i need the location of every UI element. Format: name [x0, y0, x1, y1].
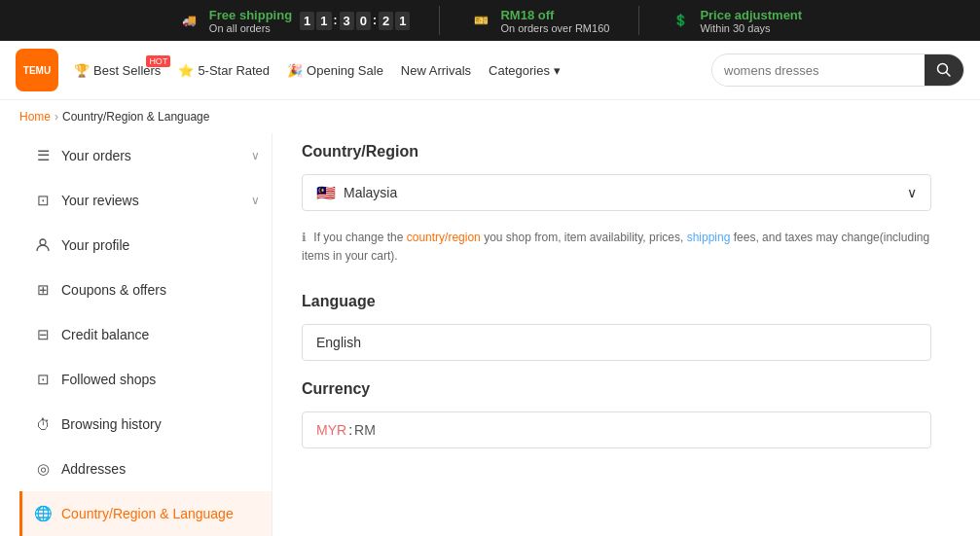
breadcrumb-separator: › — [54, 110, 58, 124]
chevron-icon: ∨ — [251, 149, 260, 162]
currency-code: MYR — [316, 422, 346, 438]
currency-separator: : — [348, 422, 352, 438]
sidebar-addresses-label: Addresses — [61, 461, 126, 477]
country-selected-label: Malaysia — [344, 185, 397, 200]
price-adjust-icon: 💲 — [669, 9, 692, 32]
sidebar-item-shops[interactable]: ⊡ Followed shops — [19, 357, 272, 402]
profile-icon — [34, 236, 52, 254]
currency-section-title: Currency — [302, 380, 931, 398]
banner-divider-1 — [439, 6, 440, 35]
reviews-icon: ⊡ — [34, 192, 52, 209]
orders-icon: ☰ — [34, 147, 52, 164]
breadcrumb-current: Country/Region & Language — [62, 110, 209, 124]
svg-point-2 — [40, 239, 46, 245]
region-notice: ℹ If you change the country/region you s… — [302, 221, 931, 273]
shipping-icon: 🚚 — [178, 9, 201, 32]
addresses-icon: ◎ — [34, 460, 52, 478]
coupons-icon: ⊞ — [34, 281, 52, 299]
nav-5star-label: 5-Star Rated — [198, 63, 270, 78]
main-nav: 🏆 Best Sellers HOT ⭐ 5-Star Rated 🎉 Open… — [74, 63, 696, 78]
search-icon — [936, 62, 952, 78]
main-layout: ☰ Your orders ∨ ⊡ Your reviews ∨ Your pr… — [0, 133, 980, 536]
sidebar-orders-label: Your orders — [61, 148, 131, 163]
chevron-icon: ∨ — [251, 194, 260, 207]
malaysia-flag: 🇲🇾 — [316, 186, 336, 199]
sidebar-history-label: Browsing history — [61, 416, 162, 432]
banner-divider-2 — [638, 6, 639, 35]
price-sub: Within 30 days — [700, 22, 802, 34]
language-field: English — [302, 324, 931, 361]
shipping-main: Free shipping — [209, 8, 292, 22]
sidebar-shops-label: Followed shops — [61, 372, 156, 387]
banner-shipping: 🚚 Free shipping On all orders 11 : 30 : … — [178, 8, 411, 34]
sidebar-country-label: Country/Region & Language — [61, 506, 234, 521]
select-chevron-icon: ∨ — [907, 185, 917, 200]
sidebar-item-addresses[interactable]: ◎ Addresses — [19, 447, 272, 491]
breadcrumb-home[interactable]: Home — [19, 110, 51, 124]
country-select[interactable]: 🇲🇾 Malaysia ∨ — [302, 174, 931, 211]
sidebar-item-coupons[interactable]: ⊞ Coupons & offers — [19, 268, 272, 312]
top-banner: 🚚 Free shipping On all orders 11 : 30 : … — [0, 0, 980, 41]
history-icon: ⏱ — [34, 415, 52, 433]
coupon-icon: 🎫 — [469, 9, 492, 32]
sidebar-credit-label: Credit balance — [61, 327, 149, 342]
chevron-down-icon: ▾ — [554, 63, 561, 78]
sidebar-profile-label: Your profile — [61, 237, 129, 253]
content-area: Country/Region 🇲🇾 Malaysia ∨ ℹ If you ch… — [272, 133, 961, 536]
header: TEMU 🏆 Best Sellers HOT ⭐ 5-Star Rated 🎉… — [0, 41, 980, 100]
nav-categories-label: Categories — [489, 63, 550, 78]
sidebar: ☰ Your orders ∨ ⊡ Your reviews ∨ Your pr… — [19, 133, 272, 536]
hot-badge: HOT — [146, 55, 170, 67]
sidebar-item-reviews[interactable]: ⊡ Your reviews ∨ — [19, 178, 272, 223]
language-value: English — [316, 335, 361, 350]
nav-best-sellers[interactable]: 🏆 Best Sellers HOT — [74, 63, 161, 78]
nav-opening-sale[interactable]: 🎉 Opening Sale — [287, 63, 383, 78]
sidebar-coupons-label: Coupons & offers — [61, 282, 166, 298]
sidebar-reviews-label: Your reviews — [61, 193, 139, 208]
nav-categories[interactable]: Categories ▾ — [489, 63, 561, 78]
search-button[interactable] — [925, 54, 963, 86]
discount-main: RM18 off — [500, 8, 609, 22]
temu-logo[interactable]: TEMU — [16, 49, 58, 91]
region-section-title: Country/Region — [302, 143, 931, 161]
globe-icon: 🌐 — [34, 505, 52, 522]
discount-sub: On orders over RM160 — [500, 22, 609, 34]
sidebar-item-orders[interactable]: ☰ Your orders ∨ — [19, 133, 272, 178]
currency-field: MYR : RM — [302, 411, 931, 448]
countdown-timer: 11 : 30 : 21 — [300, 12, 410, 30]
credit-icon: ⊟ — [34, 326, 52, 343]
sidebar-item-credit[interactable]: ⊟ Credit balance — [19, 312, 272, 357]
nav-opening-sale-label: Opening Sale — [307, 63, 383, 78]
language-section-title: Language — [302, 293, 931, 310]
price-main: Price adjustment — [700, 8, 802, 22]
breadcrumb: Home › Country/Region & Language — [0, 100, 980, 133]
search-bar — [711, 54, 964, 87]
sidebar-item-country[interactable]: 🌐 Country/Region & Language — [19, 491, 272, 536]
sidebar-item-profile[interactable]: Your profile — [19, 223, 272, 268]
sidebar-item-history[interactable]: ⏱ Browsing history — [19, 402, 272, 447]
currency-symbol: RM — [354, 422, 376, 438]
nav-new-arrivals-label: New Arrivals — [401, 63, 471, 78]
info-icon: ℹ — [302, 231, 307, 244]
nav-new-arrivals[interactable]: New Arrivals — [401, 63, 471, 78]
svg-line-1 — [947, 73, 951, 77]
banner-discount: 🎫 RM18 off On orders over RM160 — [469, 8, 609, 34]
nav-5star[interactable]: ⭐ 5-Star Rated — [178, 63, 270, 78]
shops-icon: ⊡ — [34, 371, 52, 388]
banner-price-adjust: 💲 Price adjustment Within 30 days — [669, 8, 802, 34]
search-input[interactable] — [712, 55, 925, 86]
shipping-sub: On all orders — [209, 22, 292, 34]
